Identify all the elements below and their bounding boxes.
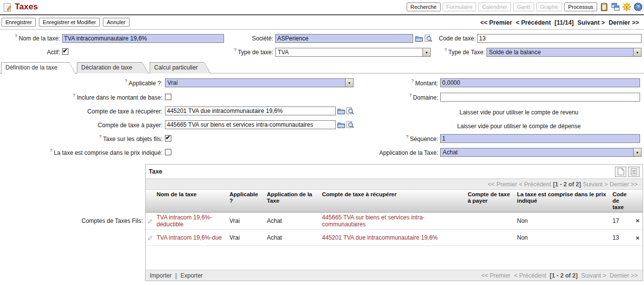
chevron-down-icon[interactable]: ▼ <box>633 48 641 56</box>
switch-list-view-icon[interactable] <box>628 167 640 177</box>
sequence-input[interactable] <box>440 134 640 143</box>
tab-label: Calcul particulier <box>150 62 211 71</box>
column-header-name[interactable]: Nom de la taxe <box>155 190 227 212</box>
pagination-first-link[interactable]: << Premier <box>481 19 513 26</box>
cell-account-collected[interactable]: 445665 TVA sur biens et services intra-c… <box>320 213 466 230</box>
view-switcher: Recherche Formulaire Calendrier Gantt Gr… <box>407 2 643 11</box>
pagination-last-link[interactable]: Dernier >> <box>610 181 638 188</box>
applicable-select[interactable]: Vrai ▼ <box>165 78 354 87</box>
balance-type-value: Solde de la balance <box>489 49 541 56</box>
tax-application-select[interactable]: Achat ▼ <box>440 148 642 157</box>
notebook-tabs: Définition de la taxe Déclaration de tax… <box>0 62 644 73</box>
windows-icon[interactable] <box>611 2 620 11</box>
child-depend-checkbox[interactable] <box>165 135 171 142</box>
pagination-next-link[interactable]: Suivant > <box>583 181 608 188</box>
column-header-price-include[interactable]: La taxe est comprise dans le prix indiqu… <box>515 190 611 212</box>
panel-title: Taxe <box>149 168 162 175</box>
tab-label: Définition de la taxe <box>1 62 76 71</box>
active-label: Actif: <box>0 49 60 56</box>
view-button-gantt[interactable]: Gantt <box>513 2 534 11</box>
view-button-graphe[interactable]: Graphe <box>536 2 562 11</box>
open-record-folder-icon[interactable] <box>337 120 345 129</box>
income-account-hint: Laisser vide pour utiliser le compte de … <box>396 109 642 116</box>
tab-declaration[interactable]: Déclaration de taxe <box>77 62 149 73</box>
import-link[interactable]: Importer <box>150 272 172 279</box>
column-header-applicable[interactable]: Applicable ? <box>227 190 265 212</box>
applicable-label: ?Applicable ?: <box>47 80 162 87</box>
open-record-folder-icon[interactable] <box>337 107 345 115</box>
company-input[interactable] <box>275 34 413 43</box>
include-base-checkbox[interactable] <box>165 94 171 100</box>
column-header-code[interactable]: Code de taxe <box>611 190 633 212</box>
include-base-label: ?Inclure dans le montant de base: <box>30 94 162 101</box>
cell-name[interactable]: TVA intracom 19,6%-déductible <box>155 213 227 230</box>
help-marker: ? <box>99 134 101 139</box>
pagination-next-link[interactable]: Suivant > <box>578 19 605 26</box>
child-depend-label: ?Taxe sur les objets fils: <box>47 136 162 142</box>
document-edit-icon <box>2 2 12 14</box>
applicable-value: Vrai <box>167 79 178 86</box>
cell-code: 17 <box>611 213 633 230</box>
delete-row-icon[interactable]: × <box>633 213 643 230</box>
tax-code-input[interactable] <box>477 34 642 43</box>
chevron-down-icon[interactable]: ▼ <box>633 148 641 156</box>
tax-code-label: Code de taxe: <box>429 35 476 42</box>
amount-input[interactable] <box>440 78 640 87</box>
price-include-checkbox[interactable] <box>165 149 171 155</box>
new-record-icon[interactable] <box>615 167 626 177</box>
pagination-prev-link[interactable]: < Précédent <box>514 272 546 279</box>
column-header-account-collected[interactable]: Compte de taxe à récupérer <box>320 190 466 212</box>
edit-pencil-icon[interactable] <box>146 230 155 246</box>
help-marker: ? <box>406 134 409 139</box>
child-taxes-panel: Taxe << Premier < Précédent [1 - 2 of 2]… <box>145 164 643 281</box>
save-edit-button[interactable]: Enregistrer et Modifier <box>39 18 100 27</box>
search-record-icon[interactable] <box>346 107 354 115</box>
child-taxes-panel-footer: Importer | Exporter << Premier < Précéde… <box>146 270 643 281</box>
active-checkbox[interactable] <box>62 48 68 55</box>
tab-calcul[interactable]: Calcul particulier <box>150 62 211 73</box>
column-header-application[interactable]: Application de la Taxe <box>265 190 320 212</box>
cell-name[interactable]: TVA intracom 19,6%-due <box>155 230 227 246</box>
pagination-prev-link[interactable]: < Précédent <box>516 19 551 26</box>
balance-type-select[interactable]: Solde de la balance ▼ <box>486 48 642 57</box>
help-globe-icon[interactable]: ? <box>633 2 643 11</box>
edit-pencil-icon[interactable] <box>146 213 155 230</box>
pagination-first-link[interactable]: << Premier <box>481 272 510 279</box>
star-alert-icon[interactable]: ! <box>622 2 631 11</box>
tax-name-input[interactable] <box>62 34 224 43</box>
open-record-folder-icon[interactable] <box>415 34 423 42</box>
help-marker: ? <box>411 78 414 83</box>
page-header: Taxes Recherche Formulaire Calendrier Ga… <box>0 0 644 15</box>
delete-row-icon[interactable]: × <box>633 230 643 246</box>
edit-column-header <box>146 190 155 212</box>
tax-type-select[interactable]: TVA ▼ <box>275 48 431 57</box>
pagination-last-link[interactable]: Dernier >> <box>609 19 639 26</box>
view-button-recherche[interactable]: Recherche <box>407 2 441 11</box>
clipboard-icon[interactable] <box>599 2 609 11</box>
search-record-icon[interactable] <box>346 120 354 129</box>
cell-price-include: Non <box>515 230 611 246</box>
table-row[interactable]: TVA intracom 19,6%-due Vrai Achat 445201… <box>146 230 643 246</box>
cancel-button[interactable]: Annuler <box>103 18 129 27</box>
help-marker: ? <box>73 93 75 98</box>
account-paid-input[interactable] <box>165 120 336 129</box>
export-link[interactable]: Exporter <box>181 272 203 279</box>
view-button-formulaire[interactable]: Formulaire <box>443 2 477 11</box>
domain-input[interactable] <box>440 93 640 102</box>
view-button-processus[interactable]: Processus <box>564 2 597 11</box>
view-button-calendrier[interactable]: Calendrier <box>478 2 511 11</box>
save-button[interactable]: Enregistrer <box>1 18 36 27</box>
pagination-last-link[interactable]: Dernier >> <box>610 272 638 279</box>
pagination-first-link[interactable]: << Premier <box>488 181 517 188</box>
table-row[interactable]: TVA intracom 19,6%-déductible Vrai Achat… <box>146 213 643 230</box>
pagination-prev-link[interactable]: < Précédent <box>519 181 551 188</box>
cell-account-collected[interactable]: 445201 TVA due intracommunautaire 19,6% <box>320 230 466 246</box>
tab-definition[interactable]: Définition de la taxe <box>1 62 76 74</box>
child-taxes-field-label: Comptes de Taxes Fils: <box>44 217 143 224</box>
pagination-next-link[interactable]: Suivant > <box>581 272 606 279</box>
cell-applicable: Vrai <box>227 230 265 246</box>
column-header-account-paid[interactable]: Compte de taxe à payer <box>466 190 515 212</box>
tax-type-label: ?Type de taxe: <box>209 49 273 56</box>
pagination-position: [1 - 2 of 2] <box>553 181 581 188</box>
account-collected-input[interactable] <box>165 107 336 115</box>
